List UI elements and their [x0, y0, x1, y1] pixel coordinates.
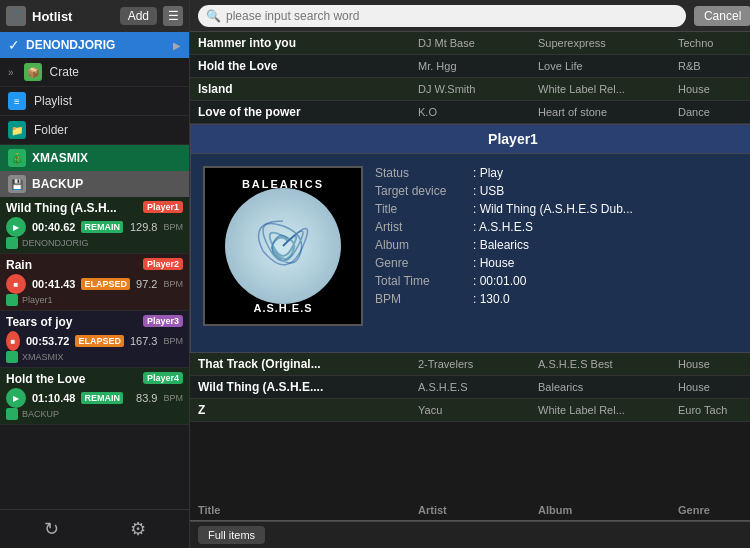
table-row[interactable]: Hold the Love Mr. Hgg Love Life R&B 84 ▶ — [190, 55, 750, 78]
player1-card[interactable]: Player1 Wild Thing (A.S.H... ▶ 00:40.62 … — [0, 197, 189, 254]
player3-status: ELAPSED — [75, 335, 124, 347]
album-value: : Balearics — [473, 238, 750, 252]
full-items-button[interactable]: Full items — [198, 526, 265, 544]
xmasmix-label: XMASMIX — [32, 151, 88, 165]
sidebar-item-folder[interactable]: 📁 Folder — [0, 116, 189, 145]
table-row[interactable]: Wild Thing (A.S.H.E.... A.S.H.E.S Balear… — [190, 376, 750, 399]
bpm-label: BPM — [375, 292, 465, 306]
player4-bpm: 83.9 — [136, 392, 157, 404]
table-row[interactable]: Z Yacu White Label Rel... Euro Tach 130 … — [190, 399, 750, 422]
player2-time: 00:41.43 — [32, 278, 75, 290]
hotlist-title: Hotlist — [32, 9, 114, 24]
xmasmix-section[interactable]: 🎄 XMASMIX — [0, 145, 189, 171]
player4-play-btn[interactable]: ▶ — [6, 388, 26, 408]
player3-play-btn[interactable]: ■ — [6, 331, 20, 351]
total-value: : 00:01.00 — [473, 274, 750, 288]
genre-label: Genre — [375, 256, 465, 270]
chevron-icon: » — [8, 67, 14, 78]
col-title: Title — [198, 504, 418, 516]
crate-label: Crate — [50, 65, 79, 79]
search-wrap: 🔍 — [198, 5, 686, 27]
track-artist: K.O — [418, 106, 538, 118]
chevron-right-icon: ▶ — [173, 40, 181, 51]
album-band-text: BALEARICS — [205, 178, 361, 190]
bpm-value: : 130.0 — [473, 292, 750, 306]
check-icon: ✓ — [8, 37, 20, 53]
status-value: : Play — [473, 166, 750, 180]
bottom-list: That Track (Original... 2-Travelers A.S.… — [190, 353, 750, 500]
player1-status: REMAIN — [81, 221, 123, 233]
player1-time: 00:40.62 — [32, 221, 75, 233]
track-title: Island — [198, 82, 418, 96]
player2-card[interactable]: Player2 Rain ■ 00:41.43 ELAPSED 97.2 BPM… — [0, 254, 189, 311]
cancel-button[interactable]: Cancel — [694, 6, 750, 26]
player-modal: Player1 BALEARICS A.S.H.E — [190, 124, 750, 353]
album-artist-text: A.S.H.E.S — [205, 302, 361, 314]
table-row[interactable]: Love of the power K.O Heart of stone Dan… — [190, 101, 750, 124]
track-genre: Techno — [678, 37, 750, 49]
settings-icon[interactable]: ☰ — [163, 6, 183, 26]
playlist-label: Playlist — [34, 94, 72, 108]
denondjorig-item[interactable]: ✓ DENONDJORIG ▶ — [0, 32, 189, 58]
backup-section[interactable]: 💾 BACKUP — [0, 171, 189, 197]
track-list: Hammer into you DJ Mt Base Superexpress … — [190, 32, 750, 124]
title-value: : Wild Thing (A.S.H.E.S Dub... — [473, 202, 750, 216]
sidebar-item-playlist[interactable]: ≡ Playlist — [0, 87, 189, 116]
status-label: Status — [375, 166, 465, 180]
backup-label: BACKUP — [32, 177, 83, 191]
player1-badge: Player1 — [143, 201, 183, 213]
track-genre: R&B — [678, 60, 750, 72]
player3-card[interactable]: Player3 Tears of joy ■ 00:53.72 ELAPSED … — [0, 311, 189, 368]
title-label: Title — [375, 202, 465, 216]
player3-badge: Player3 — [143, 315, 183, 327]
player1-source: DENONDJORIG — [6, 237, 183, 249]
player2-badge: Player2 — [143, 258, 183, 270]
track-album: White Label Rel... — [538, 83, 678, 95]
search-input[interactable] — [198, 5, 686, 27]
track-artist: DJ Mt Base — [418, 37, 538, 49]
sidebar: 🎵 Hotlist Add ☰ ✓ DENONDJORIG ▶ » 📦 Crat… — [0, 0, 190, 548]
player4-badge: Player4 — [143, 372, 183, 384]
spiral-graphic — [223, 186, 343, 306]
track-album: White Label Rel... — [538, 404, 678, 416]
backup-icon: 💾 — [8, 175, 26, 193]
track-artist: A.S.H.E.S — [418, 381, 538, 393]
modal-body: BALEARICS A.S.H.E.S St — [191, 154, 750, 352]
player4-status: REMAIN — [81, 392, 123, 404]
track-genre: House — [678, 358, 750, 370]
player2-bpm-label: BPM — [163, 279, 183, 289]
add-button[interactable]: Add — [120, 7, 157, 25]
track-title: Hold the Love — [198, 59, 418, 73]
footer: Full items — [190, 521, 750, 548]
settings-button[interactable]: ⚙ — [130, 518, 146, 540]
track-album: Balearics — [538, 381, 678, 393]
column-headers: Title Artist Album Genre BPM — [190, 500, 750, 521]
player4-card[interactable]: Player4 Hold the Love ▶ 01:10.48 REMAIN … — [0, 368, 189, 425]
xmasmix-icon: 🎄 — [8, 149, 26, 167]
folder-label: Folder — [34, 123, 68, 137]
player3-bpm-label: BPM — [163, 336, 183, 346]
player2-status: ELAPSED — [81, 278, 130, 290]
table-row[interactable]: That Track (Original... 2-Travelers A.S.… — [190, 353, 750, 376]
track-artist: Mr. Hgg — [418, 60, 538, 72]
player1-bpm: 129.8 — [130, 221, 158, 233]
player1-play-btn[interactable]: ▶ — [6, 217, 26, 237]
player3-source: XMASMIX — [6, 351, 183, 363]
track-artist: Yacu — [418, 404, 538, 416]
sidebar-item-crate[interactable]: » 📦 Crate — [0, 58, 189, 87]
col-genre: Genre — [678, 504, 750, 516]
denon-label: DENONDJORIG — [26, 38, 115, 52]
total-label: Total Time — [375, 274, 465, 288]
target-label: Target device — [375, 184, 465, 198]
player3-bpm: 167.3 — [130, 335, 158, 347]
track-artist: 2-Travelers — [418, 358, 538, 370]
playlist-icon: ≡ — [8, 92, 26, 110]
table-row[interactable]: Hammer into you DJ Mt Base Superexpress … — [190, 32, 750, 55]
track-album: A.S.H.E.S Best — [538, 358, 678, 370]
artist-label: Artist — [375, 220, 465, 234]
table-row[interactable]: Island DJ W.Smith White Label Rel... Hou… — [190, 78, 750, 101]
player2-play-btn[interactable]: ■ — [6, 274, 26, 294]
track-title: Love of the power — [198, 105, 418, 119]
modal-info: Status : Play Target device : USB Title … — [375, 166, 750, 340]
refresh-button[interactable]: ↻ — [44, 518, 59, 540]
